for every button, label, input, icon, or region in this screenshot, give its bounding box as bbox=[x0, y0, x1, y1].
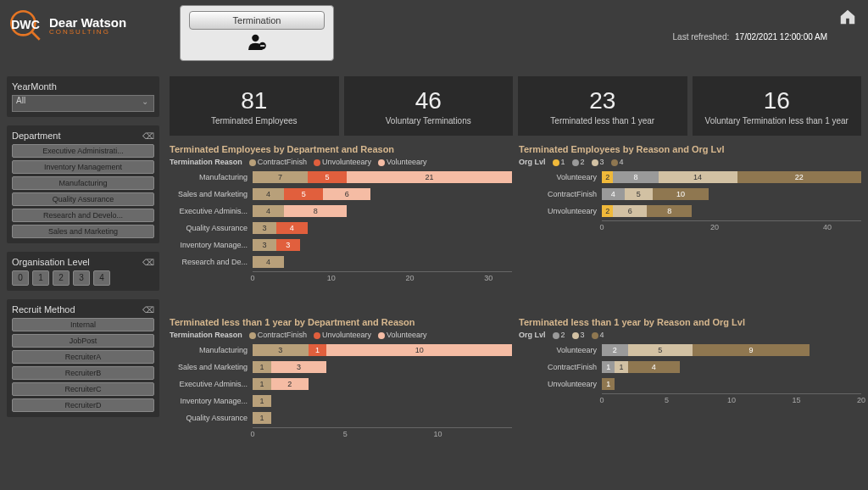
orglevel-chip[interactable]: 1 bbox=[32, 270, 49, 286]
bar-segment: 10 bbox=[653, 188, 709, 200]
chart-legend: Org Lvl 2 3 4 bbox=[519, 331, 861, 339]
bar-track: 34 bbox=[253, 222, 512, 234]
axis-tick: 0 bbox=[250, 274, 254, 282]
kpi-value: 81 bbox=[241, 87, 267, 114]
last-refreshed-value: 17/02/2021 12:00:00 AM bbox=[735, 32, 827, 42]
yearmonth-value: All bbox=[16, 96, 25, 105]
orglevel-chip[interactable]: 4 bbox=[93, 270, 110, 286]
department-chip[interactable]: Research and Develo... bbox=[12, 209, 154, 222]
axis-tick: 10 bbox=[327, 274, 336, 282]
bar-row: Executive Adminis...12 bbox=[170, 376, 512, 392]
last-refreshed-label: Last refreshed: bbox=[673, 32, 730, 42]
filter-orglevel: Organisation Level⌫ 01234 bbox=[7, 252, 159, 291]
kpi-value: 16 bbox=[764, 87, 790, 114]
axis-tick: 5 bbox=[665, 396, 669, 404]
kpi-card: 46 Voluntary Terminations bbox=[344, 76, 514, 136]
kpi-card: 81 Terminated Employees bbox=[170, 76, 339, 136]
eraser-icon[interactable]: ⌫ bbox=[142, 258, 154, 267]
chart-title: Terminated Employees by Reason and Org L… bbox=[519, 144, 861, 154]
bar-track: 456 bbox=[253, 188, 512, 200]
orglevel-chip[interactable]: 3 bbox=[73, 270, 90, 286]
bar-segment: 3 bbox=[253, 344, 309, 356]
bar-segment: 2 bbox=[271, 378, 309, 390]
bar-category: Sales and Marketing bbox=[170, 363, 253, 371]
bar-category: Manufacturing bbox=[170, 346, 253, 354]
chart-grid: Terminated Employees by Department and R… bbox=[170, 144, 861, 483]
bar-segment: 2 bbox=[602, 205, 613, 217]
bar-segment: 1 bbox=[253, 395, 271, 407]
orglevel-chip[interactable]: 2 bbox=[53, 270, 70, 286]
bar-category: Unvolunteeary bbox=[519, 207, 602, 215]
bar-track: 268 bbox=[602, 205, 861, 217]
svg-text:DWC: DWC bbox=[11, 18, 40, 31]
last-refreshed: Last refreshed: 17/02/2021 12:00:00 AM bbox=[673, 32, 827, 42]
bar-track: 1 bbox=[253, 395, 512, 407]
bar-segment: 7 bbox=[253, 171, 308, 183]
filter-department: Department⌫ Executive Administrati...Inv… bbox=[7, 125, 159, 243]
filter-orglevel-title: Organisation Level bbox=[12, 257, 90, 267]
recruit-chip[interactable]: RecruiterC bbox=[12, 382, 154, 396]
axis-tick: 40 bbox=[823, 223, 832, 231]
department-chip[interactable]: Manufacturing bbox=[12, 176, 154, 190]
bar-segment: 4 bbox=[628, 361, 680, 373]
axis-tick: 0 bbox=[599, 223, 604, 231]
kpi-label: Voluntary Termination less than 1 year bbox=[705, 116, 849, 125]
bar-segment: 3 bbox=[253, 222, 276, 234]
bar-category: ContractFinish bbox=[519, 190, 602, 198]
chart-legend: Org Lvl 1 2 3 4 bbox=[519, 158, 861, 166]
chart-legend: Termination Reason ContractFinish Unvolu… bbox=[170, 158, 512, 166]
bar-segment: 10 bbox=[326, 344, 512, 356]
bar-row: Unvolunteeary1 bbox=[519, 376, 861, 392]
chart-c2: Terminated Employees by Reason and Org L… bbox=[519, 144, 861, 310]
axis-tick: 10 bbox=[727, 396, 736, 404]
bar-category: Research and De... bbox=[170, 258, 253, 266]
bar-segment: 3 bbox=[271, 361, 327, 373]
bar-segment: 1 bbox=[309, 344, 327, 356]
bar-row: Inventory Manage...1 bbox=[170, 393, 512, 409]
axis-tick: 0 bbox=[599, 396, 604, 404]
bar-track: 3110 bbox=[253, 344, 512, 356]
recruit-chip[interactable]: RecruiterD bbox=[12, 398, 154, 412]
eraser-icon[interactable]: ⌫ bbox=[142, 131, 154, 141]
bar-track: 1 bbox=[602, 378, 861, 390]
bar-row: Volunteeary259 bbox=[519, 342, 861, 358]
bar-category: Executive Adminis... bbox=[170, 380, 253, 388]
filter-recruit: Recruit Method⌫ InternalJobPostRecruiter… bbox=[7, 299, 159, 417]
kpi-card: 23 Terminated less than 1 year bbox=[518, 76, 687, 136]
department-chip[interactable]: Quality Assurance bbox=[12, 192, 154, 206]
bar-segment: 21 bbox=[347, 171, 512, 183]
bar-track: 7521 bbox=[253, 171, 512, 183]
termination-button[interactable]: Termination bbox=[189, 11, 325, 30]
orglevel-chip[interactable]: 0 bbox=[12, 270, 29, 286]
filter-recruit-title: Recruit Method bbox=[12, 304, 75, 315]
eraser-icon[interactable]: ⌫ bbox=[142, 305, 154, 315]
recruit-chip[interactable]: JobPost bbox=[12, 334, 154, 348]
bar-track: 281422 bbox=[602, 171, 861, 183]
logo-icon: DWC bbox=[7, 7, 44, 44]
axis-tick: 10 bbox=[434, 430, 442, 438]
kpi-row: 81 Terminated Employees46 Voluntary Term… bbox=[170, 76, 861, 136]
chart-c3: Terminated less than 1 year by Departmen… bbox=[170, 317, 512, 483]
bar-track: 13 bbox=[253, 361, 512, 373]
filter-yearmonth: YearMonth All bbox=[7, 76, 159, 117]
department-chip[interactable]: Executive Administrati... bbox=[12, 144, 154, 158]
recruit-chip[interactable]: RecruiterB bbox=[12, 366, 154, 380]
x-axis: 0510 bbox=[253, 427, 512, 439]
bar-segment: 3 bbox=[276, 239, 300, 251]
department-chip[interactable]: Sales and Marketing bbox=[12, 225, 154, 238]
bar-segment: 4 bbox=[276, 222, 308, 234]
chart-plot: Manufacturing7521Sales and Marketing456E… bbox=[170, 170, 512, 310]
bar-row: Sales and Marketing13 bbox=[170, 359, 512, 375]
yearmonth-select[interactable]: All bbox=[12, 95, 154, 112]
recruit-chip[interactable]: Internal bbox=[12, 318, 154, 331]
home-icon[interactable] bbox=[836, 5, 860, 29]
bar-track: 4510 bbox=[602, 188, 861, 200]
bar-row: ContractFinish4510 bbox=[519, 187, 861, 202]
department-chip[interactable]: Inventory Management bbox=[12, 160, 154, 174]
bar-segment: 2 bbox=[602, 171, 613, 183]
bar-segment: 1 bbox=[602, 361, 615, 373]
recruit-chip[interactable]: RecruiterA bbox=[12, 350, 154, 364]
bar-segment: 22 bbox=[737, 171, 861, 183]
bar-category: Unvolunteeary bbox=[519, 380, 602, 388]
chart-c4: Terminated less than 1 year by Reason an… bbox=[519, 317, 861, 483]
